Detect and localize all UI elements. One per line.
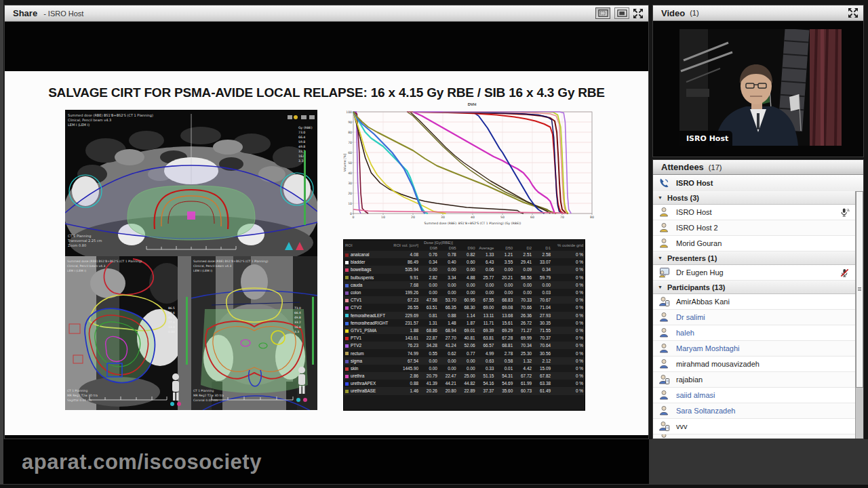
svg-text:Summed dose (RBE) BS1'B+BS2'S: Summed dose (RBE) BS1'B+BS2'S (CT 1 Plan…	[193, 260, 269, 263]
svg-text:43.2: 43.2	[168, 316, 175, 319]
svg-text:27.0: 27.0	[168, 321, 175, 324]
attendee-row[interactable]: haleh	[653, 325, 855, 341]
dose-table-row: PTV1143.6122.8727.7040.8163.8167.2869.99…	[344, 334, 585, 342]
dose-table-body: analcanal4.080.760.780.821.331.212.512.5…	[344, 251, 585, 395]
attendee-name: Morid Gouran	[676, 239, 722, 247]
attendees-scrollbar[interactable]	[855, 191, 863, 439]
attendees-pod-title: Attendees	[661, 162, 704, 172]
svg-text:Zoom 0.80: Zoom 0.80	[68, 243, 86, 247]
host-person-icon	[658, 238, 670, 249]
dvh-plot: 010203040506070809010001020304050607080S…	[342, 108, 601, 231]
dose-table-row: analcanal4.080.760.780.821.331.212.512.5…	[344, 251, 585, 258]
svg-text:MR Reg2 T2w 3D tra: MR Reg2 T2w 3D tra	[193, 394, 224, 397]
attendees-scrollbar-thumb[interactable]	[856, 191, 863, 388]
attendee-row[interactable]: rajabian	[653, 372, 855, 388]
mic-active-icon	[840, 207, 850, 218]
attendee-row[interactable]: vvv	[653, 419, 855, 434]
svg-text:30: 30	[348, 182, 352, 185]
svg-text:CT 1 Planning: CT 1 Planning	[193, 389, 214, 392]
share-pod-titlebar[interactable]: Share - ISRO Host	[5, 5, 648, 22]
phone-attendee-name: ISRO Host	[676, 179, 713, 187]
phone-attendee-row[interactable]: ISRO Host	[653, 175, 863, 192]
window-bottom-edge	[0, 484, 868, 488]
video-pod-titlebar[interactable]: Video (1)	[653, 5, 863, 21]
video-fullscreen-icon[interactable]	[848, 8, 858, 18]
share-view-toggle-button-2[interactable]	[614, 7, 629, 19]
video-pod-title: Video	[661, 8, 685, 18]
host-person-icon	[658, 222, 670, 233]
group-label: Presenters (1)	[667, 254, 717, 262]
dose-table-row: bulbuspenis9.912.823.344.8825.7720.2158.…	[344, 274, 585, 281]
attendee-row[interactable]: AmirAbbas Kani	[653, 294, 855, 310]
dose-table-row: CTV167.2347.5853.7060.9567.5568.8370.337…	[344, 296, 585, 304]
svg-text:3.3: 3.3	[294, 330, 299, 333]
svg-text:10: 10	[381, 216, 385, 219]
dose-table-row: urethraAPEX0.8841.3944.2144.8254.1654.69…	[344, 380, 585, 387]
svg-text:80: 80	[348, 131, 352, 134]
attendee-name: Dr salimi	[676, 313, 705, 321]
dose-table-row: urethraBASE1.4620.2620.8022.8937.3735.60…	[344, 387, 585, 394]
attendee-group-header-participants[interactable]: ▼Participants (13)	[653, 281, 855, 294]
svg-text:Gy (RBE): Gy (RBE)	[298, 126, 313, 129]
dose-statistics-table: ROIROI vol. [cm³]Dose [Gy(RBE)]% outside…	[343, 239, 585, 411]
attendee-row[interactable]: Maryam Moshtaghi	[653, 341, 855, 357]
share-pod-title: Share	[13, 8, 37, 18]
attendee-group-header-hosts[interactable]: ▼Hosts (3)	[653, 191, 855, 205]
svg-text:20: 20	[411, 216, 415, 219]
dose-table-row: sigma67.540.000.000.000.630.581.322.120 …	[344, 357, 585, 365]
svg-text:CT 1 Planning: CT 1 Planning	[68, 234, 91, 239]
attendee-row[interactable]: Dr salimi	[653, 310, 855, 325]
dose-table-row: CTV226.5563.5166.3568.3069.0069.0870.667…	[344, 304, 585, 311]
svg-text:70: 70	[348, 141, 352, 144]
mic-muted-icon	[840, 268, 850, 278]
participant-person-icon	[658, 343, 670, 354]
attendee-row[interactable]: Dr Eugen Hug	[653, 265, 855, 281]
svg-text:66.4: 66.4	[298, 136, 305, 139]
attendee-row[interactable]: Sara Soltanzadeh	[653, 403, 855, 419]
attendee-row[interactable]	[653, 434, 855, 439]
svg-text:Clinical, Pencil beam v4.3: Clinical, Pencil beam v4.3	[193, 264, 231, 268]
svg-text:Summed dose (RBE) BS1'B+BS2'S: Summed dose (RBE) BS1'B+BS2'S (CT 1 Plan…	[68, 113, 153, 118]
dose-table-row: rectum74.990.550.620.774.992.7825.3030.5…	[344, 349, 585, 357]
attendee-group-header-presenters[interactable]: ▼Presenters (1)	[653, 251, 855, 265]
participant-with-device-icon	[658, 421, 670, 432]
video-pod-count: (1)	[690, 9, 698, 17]
participant-person-icon	[658, 390, 670, 401]
watermark-text: aparat.com/iscosociety	[22, 450, 262, 474]
svg-text:68.6: 68.6	[168, 311, 175, 314]
ct-sagittal-image: Summed dose (RBE) BS1'B+BS2'S (CT 1 Plan…	[65, 256, 191, 410]
svg-text:49.8: 49.8	[298, 145, 305, 148]
attendees-pod-titlebar[interactable]: Attendees (17)	[653, 160, 863, 175]
svg-text:40: 40	[471, 216, 475, 219]
monitor-filled-icon	[617, 9, 627, 17]
share-view-toggle-button-1[interactable]	[595, 7, 610, 19]
svg-text:LEM I (LEM I): LEM I (LEM I)	[68, 123, 90, 127]
collapse-arrow-icon: ▼	[658, 195, 663, 200]
svg-text:LEM I (LEM I): LEM I (LEM I)	[67, 269, 87, 272]
attendee-row[interactable]: ISRO Host 2	[653, 220, 855, 236]
attendee-name: vvv	[676, 422, 688, 430]
collapse-arrow-icon: ▼	[658, 256, 663, 260]
svg-text:13.0: 13.0	[168, 325, 175, 329]
share-fullscreen-icon[interactable]	[633, 9, 643, 18]
attendee-name: AmirAbbas Kani	[676, 298, 730, 306]
dose-table-row: colon199.260.000.000.000.000.000.000.030…	[344, 289, 585, 296]
webcam-feed: ISRO Host	[679, 29, 842, 146]
attendee-name: ISRO Host 2	[676, 224, 718, 232]
attendees-pod-count: (17)	[709, 163, 722, 171]
attendee-row[interactable]: saiid almasi	[653, 388, 855, 403]
participant-with-device-icon	[658, 296, 670, 307]
svg-text:60: 60	[348, 151, 352, 155]
attendee-row[interactable]: ISRO Host	[653, 205, 855, 220]
attendee-row[interactable]: Morid Gouran	[653, 236, 855, 251]
attendee-name-clipped	[676, 439, 705, 439]
svg-text:MR Reg2 T2w 3D tra: MR Reg2 T2w 3D tra	[67, 394, 98, 397]
svg-text:50: 50	[500, 216, 505, 219]
video-pod: Video (1)	[652, 5, 864, 157]
shared-screen-area: SALVAGE CIRT FOR PSMA-AVIDE LOCAL RELAPS…	[5, 22, 648, 439]
svg-text:Clinical, Pencil beam v4.3: Clinical, Pencil beam v4.3	[68, 118, 111, 122]
share-pod: Share - ISRO Host	[4, 5, 649, 439]
attendee-row[interactable]: mirahmad mousavizadeh	[653, 357, 855, 372]
group-label: Hosts (3)	[667, 194, 699, 202]
dose-table-row: bowelbags535.940.000.000.000.060.000.090…	[344, 266, 585, 273]
